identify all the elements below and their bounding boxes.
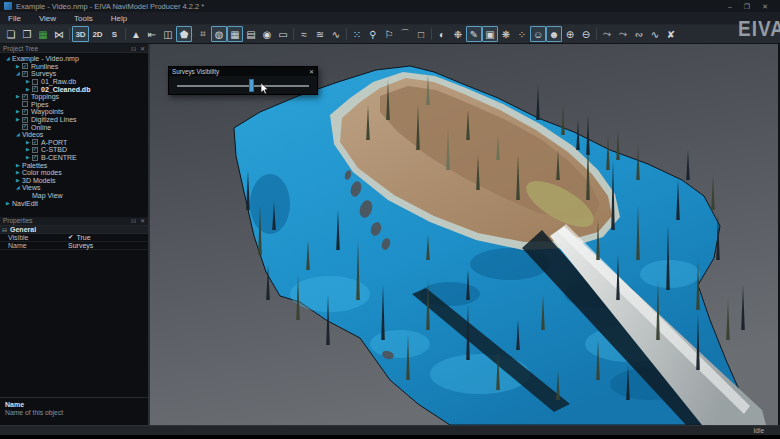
- checkbox-checked[interactable]: ✓: [22, 71, 28, 77]
- fill-square-icon[interactable]: ▣: [482, 26, 498, 42]
- box-3d-icon[interactable]: ◫: [160, 26, 176, 42]
- point-add-icon[interactable]: ⊕: [562, 26, 578, 42]
- 3d-viewport[interactable]: Surveys Visibility ✕: [150, 44, 778, 425]
- camera-icon[interactable]: ◉: [259, 26, 275, 42]
- checkbox-checked[interactable]: ✓: [32, 155, 38, 161]
- chevron-expanded-icon[interactable]: ◢: [4, 56, 12, 61]
- chevron-collapsed-icon[interactable]: ▶: [24, 87, 32, 92]
- checkbox-checked[interactable]: ✓: [32, 86, 38, 92]
- chevron-collapsed-icon[interactable]: ▶: [14, 109, 22, 114]
- terrain-grid-icon[interactable]: ▦: [227, 26, 243, 42]
- property-row-name[interactable]: NameSurveys: [0, 242, 148, 250]
- checkbox-checked[interactable]: ✓: [22, 94, 28, 100]
- connect-icon[interactable]: ⋈: [51, 26, 67, 42]
- profile-2-icon[interactable]: ≋: [312, 26, 328, 42]
- pin-signal-icon[interactable]: ⚐: [381, 26, 397, 42]
- tree-item-a-port[interactable]: ▶✓A-PORT: [0, 139, 148, 147]
- import-view-icon[interactable]: ⇤: [144, 26, 160, 42]
- close-panel-icon[interactable]: ✕: [140, 217, 145, 224]
- visibility-slider-handle[interactable]: [249, 79, 254, 92]
- point-remove-icon[interactable]: ⊖: [578, 26, 594, 42]
- view-3d-button[interactable]: 3D: [72, 26, 89, 42]
- chevron-expanded-icon[interactable]: ◢: [14, 132, 22, 137]
- pointcloud-1-icon[interactable]: ☺: [530, 26, 546, 42]
- contrast-icon[interactable]: ◐: [434, 26, 450, 42]
- pointcloud-2-icon[interactable]: ☻: [546, 26, 562, 42]
- spline-icon[interactable]: ∿: [647, 26, 663, 42]
- minimize-icon[interactable]: –: [728, 3, 732, 10]
- new-file-icon[interactable]: ❏: [3, 26, 19, 42]
- visibility-slider-track[interactable]: [177, 85, 309, 87]
- checkbox-unchecked[interactable]: [32, 79, 38, 85]
- chevron-collapsed-icon[interactable]: ▶: [14, 64, 22, 69]
- chevron-collapsed-icon[interactable]: ▶: [24, 155, 32, 160]
- palette-icon[interactable]: ❉: [450, 26, 466, 42]
- checkbox-checked[interactable]: ✓: [22, 63, 28, 69]
- image-icon[interactable]: ▤: [243, 26, 259, 42]
- pin-icon[interactable]: ⊡: [131, 45, 136, 52]
- close-icon[interactable]: ✕: [762, 3, 768, 10]
- chevron-collapsed-icon[interactable]: ▶: [14, 94, 22, 99]
- smooth-line-1-icon[interactable]: ⤳: [599, 26, 615, 42]
- close-panel-icon[interactable]: ✕: [140, 45, 145, 52]
- checkbox-checked[interactable]: ✓: [22, 124, 28, 130]
- tree-item-02-cleaned-db[interactable]: ▶✓02_Cleaned.db: [0, 85, 148, 93]
- tree-item-map-view[interactable]: Map View: [0, 192, 148, 200]
- collapse-group-icon[interactable]: ⊟: [2, 226, 7, 233]
- dialog-close-icon[interactable]: ✕: [309, 68, 314, 75]
- menu-item-tools[interactable]: Tools: [74, 14, 93, 23]
- view-s-button[interactable]: S: [106, 26, 123, 42]
- checkbox-checked[interactable]: ✓: [22, 117, 28, 123]
- pointer-icon[interactable]: ▲: [128, 26, 144, 42]
- tree-item-example-video-nmp[interactable]: ◢Example - Video.nmp: [0, 55, 148, 63]
- tree-item-naviedit[interactable]: ▶NaviEdit: [0, 199, 148, 207]
- tree-item-videos[interactable]: ◢Videos: [0, 131, 148, 139]
- menu-item-file[interactable]: File: [8, 14, 21, 23]
- tree-item-views[interactable]: ◢Views: [0, 184, 148, 192]
- waypoint-pin-icon[interactable]: ⚲: [365, 26, 381, 42]
- tree-item-01-raw-db[interactable]: ▶01_Raw.db: [0, 78, 148, 86]
- chevron-collapsed-icon[interactable]: ▶: [24, 79, 32, 84]
- view-2d-button[interactable]: 2D: [89, 26, 106, 42]
- scatter-points-icon[interactable]: ⁘: [514, 26, 530, 42]
- property-value[interactable]: ✔True: [68, 233, 91, 241]
- tree-item-palettes[interactable]: ▶Palettes: [0, 161, 148, 169]
- open-project-icon[interactable]: ❐: [19, 26, 35, 42]
- profile-1-icon[interactable]: ≈: [296, 26, 312, 42]
- spray-icon[interactable]: ❋: [498, 26, 514, 42]
- shaded-model-icon[interactable]: ⬟: [176, 26, 192, 42]
- tree-item-waypoints[interactable]: ▶✓Waypoints: [0, 108, 148, 116]
- route-points-icon[interactable]: ⁙: [349, 26, 365, 42]
- menu-item-view[interactable]: View: [39, 14, 56, 23]
- chevron-collapsed-icon[interactable]: ▶: [24, 147, 32, 152]
- tree-item-c-stbd[interactable]: ▶✓C-STBD: [0, 146, 148, 154]
- globe-icon[interactable]: ◍: [211, 26, 227, 42]
- checkbox-checked[interactable]: ✓: [22, 109, 28, 115]
- property-row-visible[interactable]: Visible✔True: [0, 234, 148, 242]
- chevron-collapsed-icon[interactable]: ▶: [24, 140, 32, 145]
- tree-item-runlines[interactable]: ▶✓Runlines: [0, 63, 148, 71]
- chevron-collapsed-icon[interactable]: ▶: [14, 170, 22, 175]
- profile-3-icon[interactable]: ∿: [328, 26, 344, 42]
- grid-icon[interactable]: ⌗: [195, 26, 211, 42]
- delete-points-icon[interactable]: ✘: [663, 26, 679, 42]
- rectangle-icon[interactable]: □: [413, 26, 429, 42]
- property-value[interactable]: Surveys: [68, 242, 93, 249]
- tree-item-b-centre[interactable]: ▶✓B-CENTRE: [0, 154, 148, 162]
- tree-item-color-modes[interactable]: ▶Color modes: [0, 169, 148, 177]
- checkbox-checked[interactable]: ✓: [32, 147, 38, 153]
- dialog-title-bar[interactable]: Surveys Visibility ✕: [169, 67, 317, 76]
- tree-item-pipes[interactable]: Pipes: [0, 101, 148, 109]
- chevron-collapsed-icon[interactable]: ▶: [14, 163, 22, 168]
- chevron-expanded-icon[interactable]: ◢: [14, 71, 22, 76]
- arc-icon[interactable]: ⌒: [397, 26, 413, 42]
- checkbox-unchecked[interactable]: [22, 101, 28, 107]
- menu-item-help[interactable]: Help: [111, 14, 127, 23]
- chevron-collapsed-icon[interactable]: ▶: [4, 201, 12, 206]
- smooth-line-3-icon[interactable]: ∾: [631, 26, 647, 42]
- chevron-collapsed-icon[interactable]: ▶: [14, 117, 22, 122]
- chevron-collapsed-icon[interactable]: ▶: [14, 178, 22, 183]
- tree-item-toppings[interactable]: ▶✓Toppings: [0, 93, 148, 101]
- pin-icon[interactable]: ⊡: [131, 217, 136, 224]
- chevron-expanded-icon[interactable]: ◢: [14, 185, 22, 190]
